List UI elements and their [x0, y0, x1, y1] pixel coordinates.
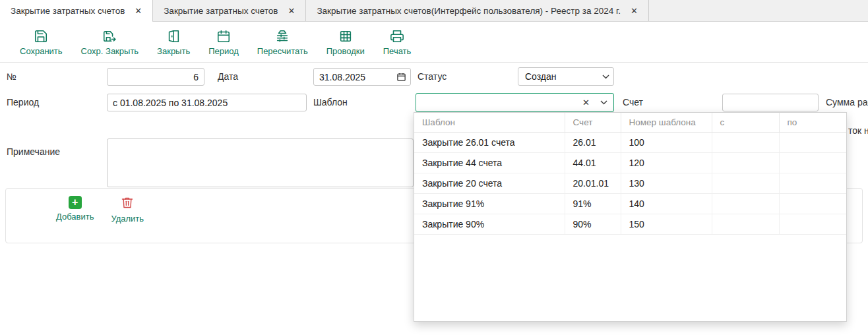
save-icon: [34, 28, 48, 44]
cell-template-number: 140: [621, 193, 712, 214]
tab-label: Закрытие затратных счетов: [11, 6, 125, 16]
number-field[interactable]: [107, 68, 204, 86]
column-header[interactable]: по: [779, 113, 846, 132]
close-tab-icon[interactable]: ✕: [288, 7, 295, 15]
chevron-down-icon[interactable]: [596, 100, 613, 105]
close-tab-icon[interactable]: ✕: [631, 7, 638, 15]
print-button[interactable]: Печать: [374, 22, 421, 62]
toolbar-label: Проводки: [326, 46, 365, 56]
column-header[interactable]: Номер шаблона: [621, 113, 712, 132]
print-icon: [390, 28, 404, 44]
clear-icon[interactable]: ✕: [578, 98, 596, 107]
cell-to: [779, 214, 846, 234]
close-tab-icon[interactable]: ✕: [135, 7, 142, 15]
note-label: Примечание: [7, 147, 60, 157]
delete-row-button[interactable]: Удалить: [111, 196, 144, 224]
account-input[interactable]: [723, 98, 818, 108]
save-button[interactable]: Сохранить: [11, 22, 72, 62]
save-close-icon: [102, 28, 117, 44]
calendar-icon: [216, 28, 231, 44]
save-and-close-button[interactable]: Сохр. Закрыть: [72, 22, 148, 62]
number-input[interactable]: [108, 72, 204, 82]
toolbar-label: Пересчитать: [257, 46, 308, 56]
toolbar-label: Закрыть: [157, 46, 190, 56]
plus-icon: +: [69, 196, 82, 209]
toolbar-label: Период: [208, 46, 239, 56]
period-field[interactable]: [107, 94, 307, 111]
cell-account: 90%: [565, 214, 621, 234]
date-input[interactable]: [314, 72, 392, 82]
date-label: Дата: [218, 72, 238, 82]
balance-label-fragment: ток н: [848, 126, 868, 136]
tab-label: Закрытие затратных счетов(Интерфейс поль…: [317, 6, 621, 16]
tab-closing-accounts-1[interactable]: Закрытие затратных счетов ✕: [0, 0, 153, 21]
column-header[interactable]: Счет: [565, 113, 621, 132]
template-option-row[interactable]: Закрытие 44 счета 44.01 120: [414, 152, 846, 173]
close-button[interactable]: Закрыть: [148, 22, 199, 62]
number-label: №: [7, 72, 16, 82]
cell-from: [712, 152, 779, 173]
period-label: Период: [7, 98, 39, 107]
template-option-row[interactable]: Закрытие 91% 91% 140: [414, 193, 846, 214]
cell-template-number: 100: [621, 132, 712, 152]
status-select[interactable]: Создан: [518, 67, 614, 86]
delete-label: Удалить: [111, 214, 144, 224]
sum-label: Сумма рас: [826, 98, 868, 107]
template-option-row[interactable]: Закрытие 90% 90% 150: [414, 214, 846, 234]
cell-template: Закрытие 26.01 счета: [414, 132, 565, 152]
note-textarea[interactable]: [107, 138, 414, 187]
column-header[interactable]: Шаблон: [414, 113, 565, 132]
postings-button[interactable]: Проводки: [317, 22, 374, 62]
tab-closing-accounts-registry[interactable]: Закрытие затратных счетов(Интерфейс поль…: [306, 0, 648, 21]
status-value: Создан: [518, 71, 598, 82]
main-toolbar: Сохранить Сохр. Закрыть Закрыть Период П…: [0, 22, 868, 63]
close-document-icon: [166, 28, 181, 44]
cell-template-number: 150: [621, 214, 712, 234]
cell-template-number: 130: [621, 173, 712, 193]
date-field[interactable]: [313, 68, 411, 86]
cell-from: [712, 173, 779, 193]
status-label: Статус: [418, 72, 447, 82]
cell-account: 91%: [565, 193, 621, 214]
toolbar-label: Сохранить: [20, 46, 63, 56]
cell-template: Закрытие 44 счета: [414, 152, 565, 173]
date-picker-calendar-icon[interactable]: [392, 72, 410, 82]
template-option-row[interactable]: Закрытие 20 счета 20.01.01 130: [414, 173, 846, 193]
app-window: Закрытие затратных счетов ✕ Закрытие зат…: [0, 0, 868, 335]
template-options-table: Шаблон Счет Номер шаблона с по Закрытие …: [414, 113, 846, 235]
toolbar-label: Сохр. Закрыть: [81, 46, 139, 56]
cell-to: [779, 193, 846, 214]
cell-from: [712, 214, 779, 234]
cell-from: [712, 132, 779, 152]
account-label: Счет: [623, 98, 643, 107]
recalculate-button[interactable]: Пересчитать: [248, 22, 317, 62]
cell-to: [779, 152, 846, 173]
template-option-row[interactable]: Закрытие 26.01 счета 26.01 100: [414, 132, 846, 152]
column-header[interactable]: с: [712, 113, 779, 132]
cell-to: [779, 173, 846, 193]
add-label: Добавить: [56, 212, 94, 222]
add-row-button[interactable]: + Добавить: [56, 196, 94, 222]
cell-template: Закрытие 91%: [414, 193, 565, 214]
recalculate-icon: [275, 28, 290, 44]
cell-template-number: 120: [621, 152, 712, 173]
cell-to: [779, 132, 846, 152]
template-table-header: Шаблон Счет Номер шаблона с по: [414, 113, 846, 132]
cell-template: Закрытие 90%: [414, 214, 565, 234]
cell-template: Закрытие 20 счета: [414, 173, 565, 193]
account-field[interactable]: [722, 94, 819, 111]
template-label: Шаблон: [313, 98, 348, 107]
cell-account: 44.01: [565, 152, 621, 173]
tab-label: Закрытие затратных счетов: [164, 6, 278, 16]
template-combobox[interactable]: ✕: [416, 93, 614, 112]
tab-bar: Закрытие затратных счетов ✕ Закрытие зат…: [0, 0, 868, 22]
period-input[interactable]: [108, 98, 306, 108]
tab-closing-accounts-2[interactable]: Закрытие затратных счетов ✕: [153, 0, 306, 21]
trash-icon: [121, 196, 134, 211]
template-dropdown-popup: Шаблон Счет Номер шаблона с по Закрытие …: [414, 112, 847, 322]
cell-account: 26.01: [565, 132, 621, 152]
template-input[interactable]: [416, 98, 578, 108]
cell-from: [712, 193, 779, 214]
period-button[interactable]: Период: [199, 22, 248, 62]
chevron-down-icon[interactable]: [598, 75, 613, 79]
